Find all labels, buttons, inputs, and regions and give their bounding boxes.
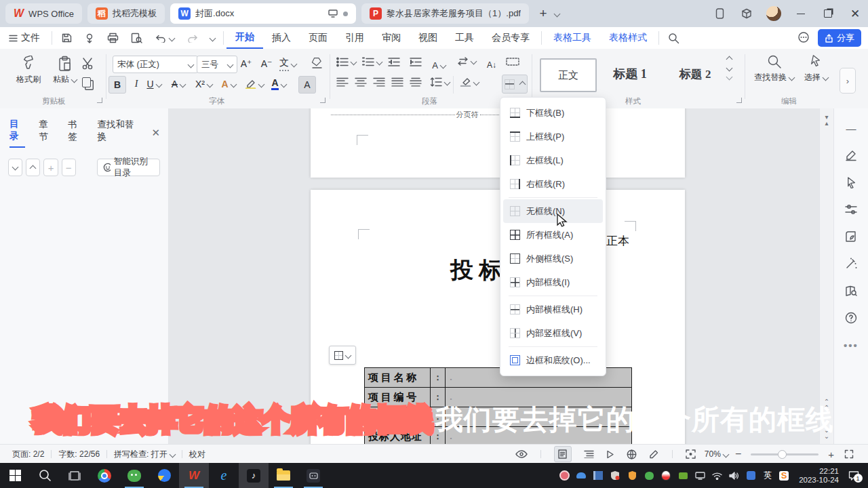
styles-scroll-down-icon[interactable]: [726, 65, 733, 72]
ie-icon[interactable]: e: [209, 463, 239, 488]
panel-tab-find-replace[interactable]: 查找和替换: [98, 119, 137, 147]
font-family-select[interactable]: 宋体 (正文): [113, 56, 198, 73]
volume-icon[interactable]: [728, 470, 739, 481]
document-page-2[interactable]: 正本 投标 项 目 名 称 ： 。 项 目 编 号 ： 。 投标人名称 ： 。: [311, 190, 685, 444]
panel-tab-chapters[interactable]: 章节: [39, 119, 54, 147]
tab-document-active[interactable]: W 封面.docx: [170, 3, 356, 24]
zoom-out-button[interactable]: −: [735, 448, 741, 460]
qq-browser-icon[interactable]: [149, 463, 179, 488]
ime-language-indicator[interactable]: 英: [762, 470, 773, 481]
wifi-icon[interactable]: [711, 470, 722, 481]
clipboard-expander-icon[interactable]: [97, 98, 102, 103]
pc-manager-icon[interactable]: [694, 470, 705, 481]
proofread-button[interactable]: 校对: [189, 449, 205, 460]
bold-button[interactable]: B: [108, 76, 126, 94]
tab-pdf-document[interactable]: P 黎水县居家养老服务项目（1）.pdf: [361, 3, 529, 24]
smart-format-wand-icon[interactable]: [844, 256, 859, 271]
font-expander-icon[interactable]: [320, 98, 326, 103]
menubar-tab-insert[interactable]: 插入: [263, 28, 300, 48]
chrome-icon[interactable]: [90, 463, 119, 488]
fullscreen-icon[interactable]: [844, 449, 854, 459]
fit-page-icon[interactable]: [686, 449, 696, 459]
find-replace-button[interactable]: 查找替换: [754, 54, 794, 83]
input-app-icon[interactable]: [745, 470, 756, 481]
row-value[interactable]: 。: [446, 427, 631, 444]
line-spacing-button[interactable]: [430, 77, 450, 87]
clear-format-icon[interactable]: [311, 57, 324, 69]
device-sync-icon[interactable]: [708, 4, 731, 23]
menu-item-border-top[interactable]: 上框线(P): [503, 125, 603, 148]
styles-scroll-up-icon[interactable]: [726, 56, 733, 63]
styles-expander-icon[interactable]: [736, 98, 742, 103]
menu-item-borders-and-shading[interactable]: 边框和底纹(O)...: [503, 348, 603, 372]
font-color-button[interactable]: A: [271, 76, 286, 92]
menu-item-border-inner-horizontal[interactable]: 内部横框线(H): [503, 298, 603, 321]
menu-item-border-outer[interactable]: 外侧框线(S): [503, 247, 603, 270]
font-size-select[interactable]: 三号: [197, 56, 237, 73]
menubar-tab-member[interactable]: 会员专享: [483, 28, 538, 48]
next-page-icon[interactable]: ⌄⌄: [822, 427, 831, 439]
text-effects-button[interactable]: A: [221, 76, 236, 92]
superscript-button[interactable]: X²: [195, 76, 212, 92]
panel-tab-bookmarks[interactable]: 书签: [68, 119, 83, 147]
security-shield-x-icon[interactable]: [610, 470, 620, 481]
phonetic-guide-button[interactable]: 文: [279, 56, 296, 72]
align-center-icon[interactable]: [355, 77, 367, 87]
text-direction-button[interactable]: A: [431, 57, 446, 73]
wechat-icon[interactable]: [119, 463, 149, 488]
select-cursor-icon[interactable]: [844, 175, 859, 190]
minimize-button[interactable]: [789, 4, 812, 23]
quickbar-chevron-icon[interactable]: [210, 35, 216, 41]
row-value[interactable]: 。: [446, 407, 631, 426]
table-quick-border-button[interactable]: [329, 346, 356, 365]
qq-tray-icon[interactable]: [660, 470, 671, 481]
bullets-button[interactable]: [336, 57, 356, 67]
close-button[interactable]: ✕: [844, 4, 867, 23]
menu-item-border-none[interactable]: 无框线(N): [503, 199, 603, 223]
collapse-ruler-icon[interactable]: ▾▴: [822, 114, 831, 126]
format-painter-button[interactable]: 格式刷: [16, 56, 41, 85]
task-view-icon[interactable]: [60, 463, 90, 488]
panel-tab-contents[interactable]: 目录: [9, 118, 25, 148]
outline-view-icon[interactable]: [584, 450, 594, 458]
strikethrough-button[interactable]: A: [171, 76, 186, 92]
notification-center-icon[interactable]: 1: [845, 470, 863, 481]
search-icon[interactable]: [668, 33, 679, 44]
undo-icon[interactable]: [155, 33, 174, 43]
menubar-tab-view[interactable]: 视图: [410, 28, 446, 48]
cloud-icon[interactable]: [576, 470, 587, 481]
zoom-level-select[interactable]: 70%: [705, 449, 728, 459]
zoom-in-button[interactable]: +: [828, 449, 834, 460]
menu-item-border-left[interactable]: 左框线(L): [503, 148, 603, 172]
new-tab-button[interactable]: +: [536, 6, 551, 21]
table-row[interactable]: 项 目 编 号 ： 。: [365, 387, 631, 407]
decrease-indent-icon[interactable]: [388, 57, 400, 67]
cut-icon[interactable]: [81, 57, 95, 70]
protect-eye-icon[interactable]: [515, 450, 528, 458]
borders-button[interactable]: [502, 75, 528, 94]
panel-close-icon[interactable]: ✕: [151, 127, 160, 139]
wps-taskbar-icon[interactable]: W: [179, 463, 209, 488]
menubar-tab-page[interactable]: 页面: [300, 28, 336, 48]
char-shading-button[interactable]: A: [298, 76, 316, 94]
numbering-button[interactable]: [362, 57, 382, 67]
start-button[interactable]: [0, 463, 30, 488]
word-count[interactable]: 字数: 22/56: [58, 449, 100, 460]
help-icon[interactable]: [844, 310, 859, 325]
sort-button[interactable]: A↓: [484, 57, 499, 73]
print-preview-icon[interactable]: [131, 33, 142, 43]
page-view-icon[interactable]: [554, 446, 572, 462]
align-right-icon[interactable]: [373, 77, 385, 87]
menubar-tab-review[interactable]: 审阅: [373, 28, 410, 48]
vertical-scrollbar[interactable]: ▾▴ ⌃⌃ ⌄⌄: [819, 108, 834, 444]
underline-button[interactable]: U: [146, 76, 161, 92]
workspace-cube-icon[interactable]: [735, 4, 758, 23]
web-layout-icon[interactable]: [627, 449, 637, 460]
menu-item-border-inner[interactable]: 内部框线(I): [503, 270, 603, 294]
smart-toc-button[interactable]: 智能识别目录: [97, 159, 160, 176]
file-menu[interactable]: 文件: [0, 28, 49, 48]
tab-list-chevron-icon[interactable]: [554, 10, 561, 17]
restore-button[interactable]: [816, 4, 840, 23]
highlight-color-button[interactable]: [245, 76, 264, 92]
user-avatar[interactable]: [762, 4, 785, 23]
